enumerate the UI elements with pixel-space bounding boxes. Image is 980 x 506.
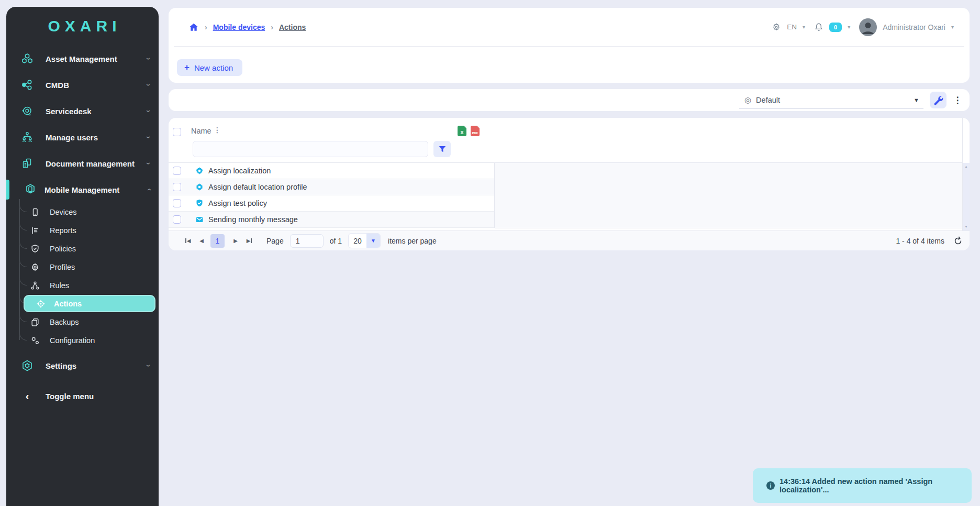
notification-count-badge[interactable]: 0 (829, 23, 842, 32)
view-icon: ◎ (744, 95, 751, 105)
column-kebab-menu[interactable]: ⋮ (214, 126, 221, 134)
action-name: Assign test policy (208, 199, 267, 207)
sidebar-item-label: Rules (50, 281, 69, 290)
breadcrumb-separator: › (205, 23, 207, 31)
gear-icon[interactable] (772, 23, 781, 32)
chevron-down-icon[interactable]: ▾ (803, 24, 805, 30)
bell-icon[interactable] (814, 23, 823, 32)
scroll-up-icon[interactable]: ▴ (963, 164, 970, 169)
row-checkbox[interactable] (173, 199, 181, 207)
row-checkbox[interactable] (173, 215, 181, 224)
export-excel-icon[interactable]: X (458, 126, 466, 136)
sidebar-item-backups[interactable]: Backups (6, 313, 159, 331)
refresh-icon[interactable] (953, 236, 963, 246)
toggle-menu-button[interactable]: ‹ Toggle menu (6, 384, 159, 408)
shield-action-icon (195, 199, 204, 207)
row-checkbox[interactable] (173, 183, 181, 191)
sidebar-item-configuration[interactable]: Configuration (6, 331, 159, 349)
sidebar-item-devices[interactable]: Devices (6, 203, 159, 221)
chevron-down-icon[interactable]: ▾ (951, 24, 954, 30)
chevron-left-icon: ‹ (20, 389, 34, 403)
configuration-icon (30, 336, 40, 345)
chevron-down-icon[interactable]: ▾ (848, 24, 850, 30)
sidebar-item-rules[interactable]: Rules (6, 276, 159, 294)
breadcrumb: › Mobile devices › Actions (188, 22, 306, 32)
sidebar-item-policies[interactable]: Policies (6, 239, 159, 258)
funnel-icon (438, 145, 447, 153)
action-name: Assign default location profile (208, 183, 307, 191)
scroll-down-icon[interactable]: ▾ (963, 225, 970, 229)
sidebar-item-settings[interactable]: Settings › (6, 353, 159, 379)
sidebar-item-label: Servicedesk (46, 107, 92, 116)
sidebar-item-reports[interactable]: Reports (6, 221, 159, 239)
chevron-up-icon: › (145, 189, 153, 191)
document-management-icon (20, 157, 34, 170)
first-page-button[interactable]: ◀ (182, 238, 194, 244)
sidebar-item-profiles[interactable]: Profiles (6, 258, 159, 276)
table-row[interactable]: Sending monthly message (169, 212, 494, 228)
view-selector[interactable]: ◎ Default ▼ (739, 91, 923, 109)
scrollbar-track[interactable]: ▴ ▾ (963, 163, 970, 230)
page-number-input[interactable] (290, 234, 324, 248)
sidebar-item-label: Mobile Management (44, 185, 119, 194)
sidebar-item-label: Profiles (50, 263, 75, 271)
table-scrollbar: ▴ ▾ (962, 118, 970, 230)
row-checkbox[interactable] (173, 167, 181, 175)
sidebar-item-label: Policies (50, 245, 76, 253)
name-filter-input[interactable] (193, 141, 428, 157)
chevron-down-icon: ▼ (914, 97, 919, 103)
avatar[interactable] (859, 18, 877, 36)
page-number-button[interactable]: 1 (210, 234, 225, 248)
topbar: EN ▾ 0 ▾ Administrator Oxari ▾ (772, 18, 954, 36)
customize-view-button[interactable] (930, 92, 946, 108)
settings-icon (20, 359, 34, 372)
chevron-down-icon: › (145, 58, 153, 60)
sidebar-item-asset-management[interactable]: Asset Management › (6, 46, 159, 72)
column-header-name[interactable]: Name (191, 127, 211, 135)
last-page-button[interactable]: ▶ (243, 238, 255, 244)
rules-icon (30, 281, 40, 290)
chevron-down-icon: › (145, 136, 153, 139)
previous-page-button[interactable]: ◀ (196, 238, 207, 244)
chevron-down-icon: › (145, 84, 153, 86)
mail-action-icon (195, 215, 204, 224)
reports-icon (30, 226, 40, 235)
app-logo: OXARI (6, 7, 159, 46)
user-name[interactable]: Administrator Oxari (883, 23, 945, 31)
app-root: OXARI Asset Management › CMDB › Serviced… (0, 0, 980, 506)
breadcrumb-link-mobile-devices[interactable]: Mobile devices (213, 23, 265, 31)
new-action-button[interactable]: + New action (177, 59, 242, 76)
toast-notification[interactable]: i 14:36:14 Added new action named 'Assig… (753, 468, 972, 503)
sidebar-item-mobile-management[interactable]: Mobile Management › (6, 177, 159, 203)
export-pdf-icon[interactable]: PDF (471, 126, 480, 136)
actions-icon (36, 299, 46, 309)
sidebar-item-label: Configuration (50, 336, 95, 345)
table-row[interactable]: Assign localization (169, 163, 494, 179)
table-row[interactable]: Assign test policy (169, 195, 494, 212)
sidebar: OXARI Asset Management › CMDB › Serviced… (6, 7, 159, 506)
page-label: Page (266, 237, 284, 245)
sidebar-item-cmdb[interactable]: CMDB › (6, 72, 159, 98)
table-row[interactable]: Assign default location profile (169, 179, 494, 195)
sidebar-item-label: Manage users (46, 133, 98, 142)
select-all-checkbox[interactable] (173, 128, 181, 136)
cmdb-icon (20, 78, 34, 92)
sidebar-item-document-management[interactable]: Document management › (6, 150, 159, 177)
toast-message: 14:36:14 Added new action named 'Assign … (779, 477, 961, 494)
breadcrumb-current-actions[interactable]: Actions (279, 23, 306, 31)
chevron-down-icon: › (145, 162, 153, 165)
home-icon[interactable] (188, 22, 199, 32)
filter-button[interactable] (433, 141, 451, 157)
page-size-select[interactable]: 20 ▼ (348, 233, 381, 248)
breadcrumb-separator: › (271, 23, 273, 31)
profiles-icon (30, 262, 40, 272)
toolbar-kebab-menu[interactable]: ⋮ (953, 95, 962, 106)
active-section-indicator (6, 180, 9, 200)
sidebar-item-actions[interactable]: Actions (6, 294, 159, 313)
sidebar-item-servicedesk[interactable]: Servicedesk › (6, 98, 159, 124)
language-selector[interactable]: EN (787, 23, 797, 31)
sidebar-item-manage-users[interactable]: Manage users › (6, 124, 159, 150)
info-icon: i (766, 481, 775, 490)
next-page-button[interactable]: ▶ (230, 238, 241, 244)
active-menu-pill[interactable]: Actions (24, 295, 155, 312)
